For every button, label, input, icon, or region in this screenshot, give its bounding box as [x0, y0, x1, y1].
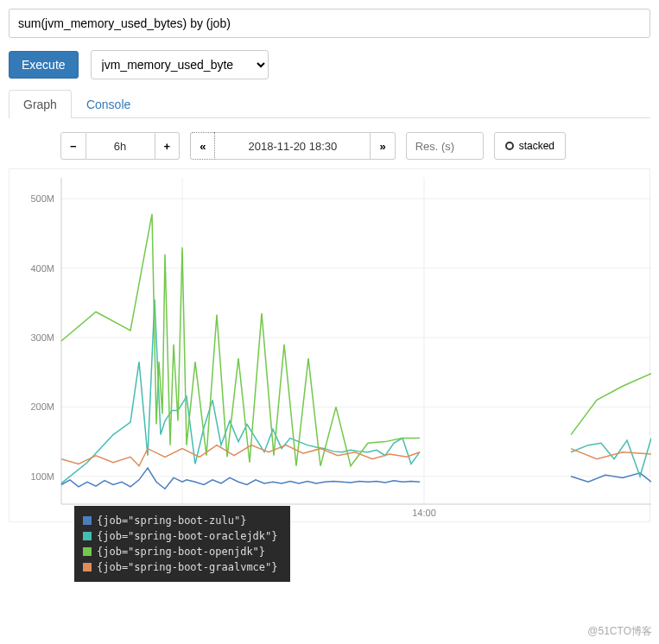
range-minus-button[interactable]: −: [60, 132, 86, 160]
time-display[interactable]: 2018-11-20 18:30: [215, 132, 371, 160]
range-plus-button[interactable]: +: [155, 132, 181, 160]
legend-item-zulu[interactable]: {job="spring-boot-zulu"}: [83, 513, 278, 528]
execute-button[interactable]: Execute: [9, 51, 79, 79]
legend-label: {job="spring-boot-graalvmce"}: [97, 559, 278, 575]
legend-label: {job="spring-boot-zulu"}: [97, 513, 246, 528]
query-input[interactable]: [9, 9, 650, 38]
stacked-label: stacked: [519, 140, 554, 152]
legend-item-graalvmce[interactable]: {job="spring-boot-graalvmce"}: [83, 559, 278, 575]
resolution-input[interactable]: [406, 132, 484, 160]
tab-graph[interactable]: Graph: [9, 90, 72, 118]
svg-text:500M: 500M: [30, 193, 54, 204]
legend-swatch: [83, 547, 92, 556]
legend-item-oraclejdk[interactable]: {job="spring-boot-oraclejdk"}: [83, 528, 278, 544]
svg-text:300M: 300M: [30, 332, 54, 343]
legend-swatch: [83, 532, 92, 540]
tab-console[interactable]: Console: [72, 90, 145, 118]
svg-text:14:00: 14:00: [412, 508, 436, 518]
metric-selector[interactable]: jvm_memory_used_byte: [91, 50, 269, 79]
svg-text:200M: 200M: [30, 401, 54, 412]
legend-label: {job="spring-boot-oraclejdk"}: [97, 528, 278, 544]
svg-text:400M: 400M: [30, 263, 54, 274]
legend-swatch: [83, 516, 92, 525]
stacked-toggle[interactable]: stacked: [494, 132, 566, 160]
svg-text:100M: 100M: [30, 471, 54, 482]
unchecked-icon: [505, 142, 514, 150]
legend-swatch: [83, 563, 92, 571]
legend-label: {job="spring-boot-openjdk"}: [97, 544, 265, 559]
time-next-button[interactable]: »: [371, 132, 395, 160]
chart: 100M200M300M400M500M13:0014:00 {job="spr…: [9, 168, 650, 522]
time-prev-button[interactable]: «: [190, 132, 215, 160]
range-value[interactable]: 6h: [86, 132, 155, 160]
legend-item-openjdk[interactable]: {job="spring-boot-openjdk"}: [83, 544, 278, 559]
range-controls: − 6h + « 2018-11-20 18:30 » stacked: [60, 132, 650, 160]
legend: {job="spring-boot-zulu"}{job="spring-boo…: [74, 506, 290, 582]
tabs: Graph Console: [9, 90, 650, 118]
watermark: @51CTO博客: [587, 624, 652, 639]
